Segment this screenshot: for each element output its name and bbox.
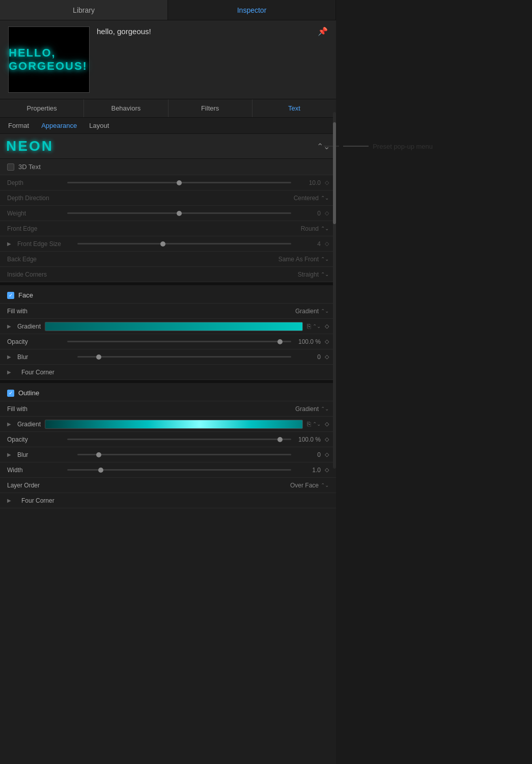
inside-corners-label: Inside Corners	[7, 271, 73, 278]
outline-width-row: Width 1.0 ◇	[0, 462, 336, 478]
inside-corners-value[interactable]: Straight ⌃⌄	[298, 271, 329, 278]
preview-area: HELLO, GORGEOUS! hello, gorgeous! 📌	[0, 20, 336, 99]
front-edge-row: Front Edge Round ⌃⌄	[0, 221, 336, 236]
outline-layer-order-value[interactable]: Over Face ⌃⌄	[290, 482, 329, 489]
outline-blur-value: 0	[295, 451, 321, 458]
front-edge-size-slider[interactable]	[77, 243, 291, 244]
face-gradient-preview[interactable]	[45, 322, 303, 331]
3d-text-row: 3D Text	[0, 159, 336, 175]
3d-text-checkbox[interactable]	[7, 163, 14, 171]
weight-label: Weight	[7, 210, 63, 217]
outline-blur-slider[interactable]	[77, 454, 291, 455]
preset-bar: NEON ⌃⌄ Preset pop-up menu	[0, 134, 336, 159]
face-opacity-keyframe[interactable]: ◇	[325, 338, 329, 345]
pin-icon[interactable]: 📌	[318, 26, 328, 36]
face-gradient-row: ▶ Gradient ⎘ ⌃⌄ ◇	[0, 319, 336, 334]
face-label: Face	[18, 291, 33, 299]
outline-opacity-label: Opacity	[7, 436, 63, 443]
front-edge-arrows: ⌃⌄	[321, 226, 329, 231]
outline-gradient-preview[interactable]	[45, 420, 303, 429]
face-blur-expand[interactable]: ▶	[7, 354, 11, 360]
outline-section-header: ✓ Outline	[0, 385, 336, 401]
front-edge-size-row: ▶ Front Edge Size 4 ◇	[0, 236, 336, 252]
face-opacity-row: Opacity 100.0 % ◇	[0, 334, 336, 349]
subtab-layout[interactable]: Layout	[89, 122, 109, 129]
depth-direction-label: Depth Direction	[7, 195, 73, 202]
depth-row: Depth 10.0 ◇	[0, 175, 336, 190]
tab-behaviors[interactable]: Behaviors	[84, 99, 168, 117]
preview-info: hello, gorgeous! 📌	[97, 26, 328, 36]
back-edge-arrows: ⌃⌄	[321, 256, 329, 262]
preview-title-row: hello, gorgeous! 📌	[97, 26, 328, 36]
face-section-header: ✓ Face	[0, 287, 336, 304]
outline-four-corner-row: ▶ Four Corner	[0, 493, 336, 508]
depth-slider[interactable]	[67, 182, 291, 183]
outline-four-corner-expand[interactable]: ▶	[7, 498, 11, 503]
scrollbar[interactable]	[333, 112, 336, 469]
subtab-format[interactable]: Format	[8, 122, 29, 129]
subtab-appearance[interactable]: Appearance	[41, 122, 77, 129]
outline-fill-with-row: Fill with Gradient ⌃⌄	[0, 401, 336, 417]
front-edge-size-expand[interactable]: ▶	[7, 241, 11, 247]
outline-width-slider[interactable]	[67, 469, 291, 471]
face-gradient-keyframe[interactable]: ◇	[325, 323, 329, 330]
face-gradient-copy[interactable]: ⎘	[307, 322, 311, 330]
outline-layer-order-arrows: ⌃⌄	[321, 482, 329, 488]
outline-checkbox[interactable]: ✓	[7, 390, 14, 397]
face-checkbox[interactable]: ✓	[7, 292, 14, 299]
inside-corners-arrows: ⌃⌄	[321, 271, 329, 277]
library-tab[interactable]: Library	[0, 0, 168, 20]
face-blur-value: 0	[295, 353, 321, 361]
content-area: 3D Text Depth 10.0 ◇ Depth Direction Cen…	[0, 159, 336, 508]
face-blur-keyframe[interactable]: ◇	[325, 353, 329, 360]
3d-text-label: 3D Text	[18, 163, 41, 171]
outline-opacity-slider[interactable]	[67, 439, 291, 440]
face-four-corner-row: ▶ Four Corner	[0, 365, 336, 380]
outline-gradient-keyframe[interactable]: ◇	[325, 421, 329, 427]
face-gradient-expand[interactable]: ▶	[7, 323, 11, 329]
outline-four-corner-label: Four Corner	[21, 497, 54, 504]
depth-label: Depth	[7, 179, 63, 186]
weight-keyframe[interactable]: ◇	[325, 210, 329, 216]
outline-width-label: Width	[7, 467, 63, 474]
outline-gradient-row: ▶ Gradient ⎘ ⌃⌄ ◇	[0, 417, 336, 432]
outline-opacity-value: 100.0 %	[295, 436, 321, 443]
outline-fill-with-value[interactable]: Gradient ⌃⌄	[295, 405, 329, 413]
weight-row: Weight 0 ◇	[0, 206, 336, 221]
tab-text[interactable]: Text	[253, 99, 336, 117]
outline-gradient-copy[interactable]: ⎘	[307, 420, 311, 428]
scrollbar-thumb[interactable]	[333, 122, 336, 224]
depth-direction-value[interactable]: Centered ⌃⌄	[294, 195, 329, 202]
outline-blur-expand[interactable]: ▶	[7, 452, 11, 457]
outline-fill-with-arrows: ⌃⌄	[321, 406, 329, 412]
face-blur-row: ▶ Blur 0 ◇	[0, 349, 336, 365]
depth-keyframe[interactable]: ◇	[325, 179, 329, 186]
face-blur-label: Blur	[17, 353, 73, 361]
face-opacity-slider[interactable]	[67, 341, 291, 342]
face-blur-slider[interactable]	[77, 356, 291, 358]
outline-blur-keyframe[interactable]: ◇	[325, 451, 329, 458]
preview-thumbnail: HELLO, GORGEOUS!	[8, 26, 90, 93]
front-edge-size-value: 4	[295, 240, 321, 248]
face-fill-with-value[interactable]: Gradient ⌃⌄	[295, 308, 329, 315]
outline-width-keyframe[interactable]: ◇	[325, 467, 329, 473]
back-edge-label: Back Edge	[7, 256, 73, 263]
outline-gradient-expand[interactable]: ▶	[7, 421, 11, 427]
face-fill-with-arrows: ⌃⌄	[321, 308, 329, 314]
back-edge-row: Back Edge Same As Front ⌃⌄	[0, 252, 336, 267]
inspector-tab[interactable]: Inspector	[168, 0, 336, 20]
front-edge-value[interactable]: Round ⌃⌄	[301, 225, 329, 232]
outline-blur-label: Blur	[17, 451, 73, 458]
depth-direction-row: Depth Direction Centered ⌃⌄	[0, 190, 336, 206]
back-edge-value[interactable]: Same As Front ⌃⌄	[278, 256, 329, 263]
front-edge-size-label: Front Edge Size	[17, 240, 73, 248]
face-opacity-value: 100.0 %	[295, 338, 321, 345]
depth-value: 10.0	[295, 179, 321, 186]
outline-fill-with-label: Fill with	[7, 405, 73, 413]
weight-slider[interactable]	[67, 212, 291, 214]
face-four-corner-expand[interactable]: ▶	[7, 369, 11, 375]
front-edge-size-keyframe[interactable]: ◇	[325, 240, 329, 247]
tab-properties[interactable]: Properties	[0, 99, 84, 117]
tab-filters[interactable]: Filters	[169, 99, 253, 117]
outline-opacity-keyframe[interactable]: ◇	[325, 436, 329, 443]
